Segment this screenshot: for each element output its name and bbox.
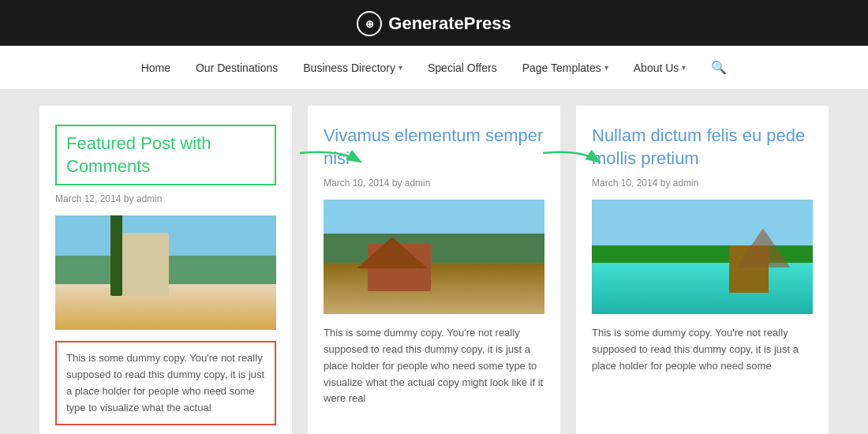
nav-item-about[interactable]: About Us ▾	[621, 47, 699, 88]
post-image-2	[324, 200, 544, 314]
post-excerpt-1: This is some dummy copy. You're not real…	[66, 350, 265, 416]
search-icon: 🔍	[711, 61, 727, 74]
search-button[interactable]: 🔍	[698, 46, 739, 89]
logo-text: GeneratePress	[388, 13, 511, 34]
post-excerpt-2: This is some dummy copy. You're not real…	[324, 325, 544, 407]
post-card-1: Featured Post with Comments March 12, 20…	[39, 106, 292, 434]
nav-item-destinations[interactable]: Our Destinations	[183, 47, 290, 88]
post-meta-1: March 12, 2014 by admin	[55, 193, 276, 204]
site-header: ⊕ GeneratePress Home Our Destinations Bu…	[0, 0, 868, 90]
logo-icon: ⊕	[357, 11, 382, 36]
nav-label-home: Home	[141, 62, 170, 74]
chevron-down-icon-3: ▾	[682, 63, 686, 72]
post-title-1[interactable]: Featured Post with Comments	[55, 125, 276, 185]
nav-label-about: About Us	[634, 62, 679, 74]
post-title-3[interactable]: Nullam dictum felis eu pede mollis preti…	[592, 125, 813, 170]
nav-item-offers[interactable]: Special Offers	[415, 47, 510, 88]
header-top-bar: ⊕ GeneratePress	[0, 0, 868, 46]
posts-section: Featured Post with Comments March 12, 20…	[32, 106, 836, 434]
post-meta-2: March 10, 2014 by admin	[324, 178, 544, 189]
post-card-2: Vivamus elementum semper nisi March 10, …	[308, 106, 560, 434]
post-excerpt-box-1: This is some dummy copy. You're not real…	[55, 341, 276, 425]
post-image-1	[55, 215, 276, 330]
chevron-down-icon-2: ▾	[604, 63, 608, 72]
site-logo[interactable]: ⊕ GeneratePress	[357, 11, 511, 36]
nav-item-home[interactable]: Home	[129, 47, 183, 88]
nav-label-offers: Special Offers	[428, 62, 497, 74]
post-image-3	[592, 200, 813, 314]
posts-grid: Featured Post with Comments March 12, 20…	[39, 106, 829, 434]
nav-label-directory: Business Directory	[303, 62, 395, 74]
post-title-2[interactable]: Vivamus elementum semper nisi	[324, 125, 544, 170]
nav-item-directory[interactable]: Business Directory ▾	[290, 47, 415, 88]
nav-label-destinations: Our Destinations	[196, 62, 278, 74]
main-nav: Home Our Destinations Business Directory…	[0, 46, 868, 90]
post-meta-3: March 10, 2014 by admin	[592, 178, 813, 189]
post-excerpt-3: This is some dummy copy. You're not real…	[592, 325, 813, 374]
post-card-3: Nullam dictum felis eu pede mollis preti…	[576, 106, 829, 434]
chevron-down-icon: ▾	[398, 63, 402, 72]
nav-item-templates[interactable]: Page Templates ▾	[510, 47, 621, 88]
nav-label-templates: Page Templates	[522, 62, 601, 74]
